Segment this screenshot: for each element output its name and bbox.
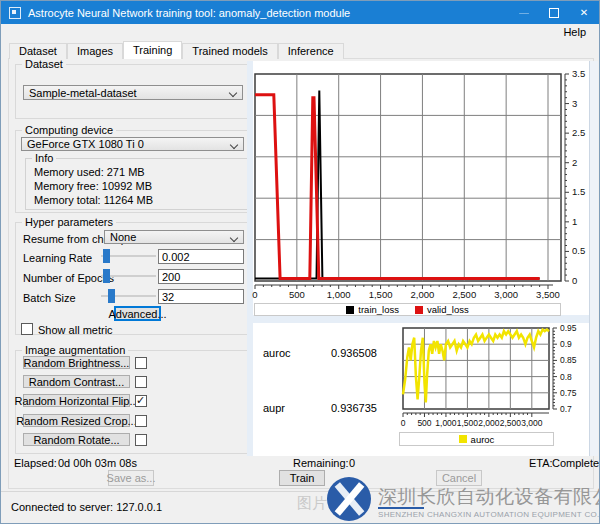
svg-text:2,500: 2,500 — [452, 289, 476, 300]
aupr-label: aupr — [263, 402, 285, 414]
random-resized-crop-button[interactable]: Random Resized Crop... — [23, 414, 130, 427]
svg-text:0.5: 0.5 — [572, 245, 585, 256]
info-groupbox: Info Memory used: 271 MB Memory free: 10… — [25, 158, 249, 210]
remaining-value: 0 — [349, 457, 355, 469]
svg-text:1.5: 1.5 — [572, 186, 585, 197]
computing-combo-value: GeForce GTX 1080 Ti 0 — [27, 138, 144, 150]
svg-text:0.85: 0.85 — [560, 355, 577, 365]
svg-text:1: 1 — [572, 216, 577, 227]
svg-text:3,000: 3,000 — [494, 289, 518, 300]
tab-bar: Dataset Images Training Trained models I… — [9, 41, 344, 59]
random-rotate-button[interactable]: Random Rotate... — [23, 433, 130, 446]
resume-checkpoint-combo[interactable]: None — [104, 230, 244, 244]
dataset-combo-value: Sample-metal-dataset — [29, 87, 137, 99]
num-epochs-input[interactable] — [158, 269, 244, 284]
svg-text:0.95: 0.95 — [560, 323, 577, 333]
svg-text:0: 0 — [252, 289, 257, 300]
show-all-metric-label: Show all metric — [38, 324, 113, 336]
random-contrast-button[interactable]: Random Contrast... — [23, 375, 130, 388]
svg-text:500: 500 — [289, 289, 305, 300]
chevron-down-icon — [230, 234, 238, 242]
advanced-button[interactable]: Advanced... — [114, 306, 161, 321]
slider-handle[interactable] — [103, 269, 110, 283]
legend-label: auroc — [471, 434, 495, 445]
batch-size-slider[interactable] — [101, 289, 156, 303]
auroc-chart-legend: auroc — [399, 432, 554, 446]
slider-handle[interactable] — [108, 289, 115, 303]
auroc-chart: 05001,0001,5002,0002,5003,0000.70.750.80… — [401, 323, 589, 451]
svg-text:0.75: 0.75 — [560, 388, 577, 398]
memory-total-label: Memory total: 11264 MB — [34, 194, 153, 206]
legend-swatch — [415, 306, 423, 314]
legend-label: valid_loss — [427, 304, 469, 315]
random-brightness-button[interactable]: Random Brightness... — [23, 356, 130, 369]
random-horizontal-flip-button[interactable]: Random Horizontal Flip... — [23, 394, 130, 407]
hyper-group-label: Hyper parameters — [22, 216, 116, 228]
svg-text:0.8: 0.8 — [560, 372, 572, 382]
random-brightness-checkbox[interactable] — [135, 357, 147, 369]
titlebar[interactable]: Astrocyte Neural Network training tool: … — [1, 1, 599, 24]
app-window: Astrocyte Neural Network training tool: … — [0, 0, 600, 524]
aupr-value: 0.936735 — [331, 402, 377, 414]
slider-handle[interactable] — [103, 249, 110, 263]
svg-text:0.7: 0.7 — [560, 404, 572, 414]
cancel-button[interactable]: Cancel — [436, 470, 482, 486]
svg-text:500: 500 — [417, 418, 431, 428]
svg-text:2: 2 — [572, 157, 577, 168]
menubar: Help — [1, 24, 599, 41]
auroc-label: auroc — [263, 347, 291, 359]
tab-training[interactable]: Training — [123, 41, 182, 59]
close-button[interactable]: ✕ — [569, 1, 599, 24]
svg-text:3: 3 — [572, 98, 577, 109]
batch-size-input[interactable] — [158, 289, 244, 304]
svg-text:2,000: 2,000 — [411, 289, 435, 300]
tab-dataset[interactable]: Dataset — [9, 43, 67, 59]
random-resized-crop-checkbox[interactable] — [135, 415, 147, 427]
loss-chart-legend: train_lossvalid_loss — [254, 303, 561, 316]
horizontal-splitter[interactable] — [253, 315, 589, 323]
random-rotate-checkbox[interactable] — [135, 434, 147, 446]
svg-text:3.5: 3.5 — [572, 68, 585, 79]
legend-item-train_loss[interactable]: train_loss — [346, 304, 399, 315]
learning-rate-label: Learning Rate — [23, 252, 92, 264]
svg-text:1,500: 1,500 — [369, 289, 393, 300]
maximize-button[interactable] — [539, 1, 569, 24]
loss-chart-plot: 05001,0001,5002,0002,5003,0003,50000.511… — [253, 63, 589, 301]
resume-combo-value: None — [110, 231, 136, 243]
remaining-label: Remaining: — [293, 457, 349, 469]
save-as-button[interactable]: Save as... — [108, 470, 154, 486]
augmentation-group-label: Image augmentation — [22, 344, 128, 356]
legend-item-valid_loss[interactable]: valid_loss — [415, 304, 469, 315]
svg-text:3,000: 3,000 — [521, 418, 543, 428]
elapsed-label: Elapsed: — [14, 457, 57, 469]
memory-used-label: Memory used: 271 MB — [34, 166, 145, 178]
learning-rate-input[interactable] — [158, 249, 244, 264]
right-scroll-strip[interactable] — [589, 61, 598, 456]
svg-text:0: 0 — [572, 275, 577, 286]
computing-device-combo[interactable]: GeForce GTX 1080 Ti 0 — [21, 137, 244, 151]
maximize-icon — [549, 8, 559, 18]
auroc-value: 0.936508 — [331, 347, 377, 359]
dataset-group-label: Dataset — [22, 58, 66, 70]
info-group-label: Info — [32, 152, 56, 164]
statusbar: Connected to server: 127.0.0.1 — [1, 491, 599, 524]
minimize-button[interactable]: — — [509, 1, 539, 24]
learning-rate-slider[interactable] — [101, 249, 156, 263]
show-all-metric-checkbox[interactable] — [21, 323, 33, 335]
legend-swatch — [459, 435, 467, 443]
train-button[interactable]: Train — [279, 470, 325, 486]
svg-text:1,000: 1,000 — [327, 289, 351, 300]
dataset-combo[interactable]: Sample-metal-dataset — [23, 85, 243, 100]
tab-inference[interactable]: Inference — [278, 43, 344, 59]
help-menu[interactable]: Help — [559, 26, 590, 38]
tab-images[interactable]: Images — [67, 43, 123, 59]
auroc-chart-plot: 05001,0001,5002,0002,5003,0000.70.750.80… — [401, 323, 589, 429]
num-epochs-slider[interactable] — [101, 269, 156, 283]
svg-text:2,500: 2,500 — [500, 418, 522, 428]
legend-item-auroc[interactable]: auroc — [459, 434, 495, 445]
random-horizontal-flip-checkbox[interactable] — [135, 395, 147, 407]
random-contrast-checkbox[interactable] — [135, 376, 147, 388]
svg-text:0: 0 — [401, 418, 406, 428]
tab-trained-models[interactable]: Trained models — [182, 43, 277, 59]
app-icon — [9, 7, 21, 19]
